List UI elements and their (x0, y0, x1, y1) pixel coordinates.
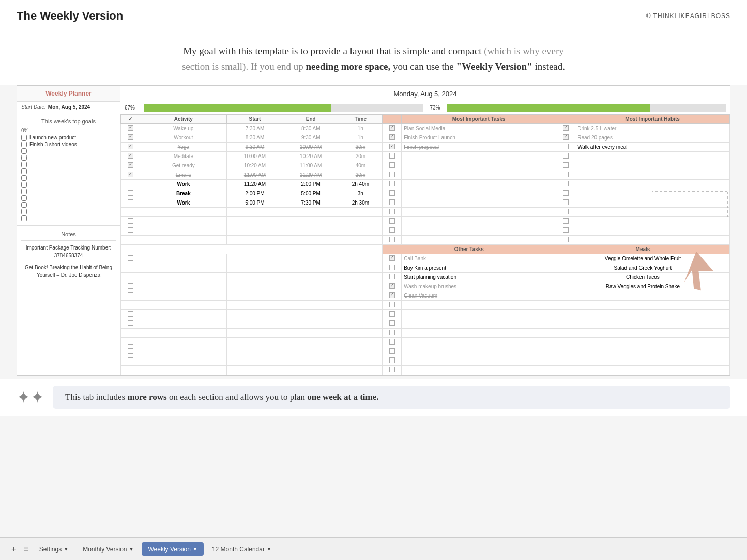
goal-checkbox-10[interactable] (21, 202, 27, 208)
habit-uncheck-icon (563, 199, 569, 205)
task-text: Finish proposal (404, 144, 439, 150)
goal-checkbox-12[interactable] (21, 215, 27, 221)
start-text: 2:00 PM (245, 191, 264, 196)
intro-bold-1: needing more space, (306, 61, 391, 72)
goal-item (21, 195, 116, 201)
goal-checkbox-5[interactable] (21, 168, 27, 174)
habit-uncheck-icon (563, 153, 569, 159)
sidebar-startdate-row: Start Date: Mon, Aug 5, 2024 (17, 102, 120, 113)
habit-uncheck-icon (563, 218, 569, 224)
goal-checkbox-4[interactable] (21, 162, 27, 167)
uncheck-icon (128, 320, 133, 326)
progress-bar-2-fill (447, 104, 651, 112)
activity-text: Emails (176, 172, 191, 178)
page-header: The Weekly Version © THINKLIKEAGIRLBOSS (0, 0, 747, 28)
task-uncheck-icon (389, 172, 395, 177)
uncheck-icon (128, 367, 133, 372)
plus-button[interactable]: + (8, 542, 19, 556)
dur-text: 2h 40m (352, 181, 369, 187)
tab-menu-icon[interactable]: ≡ (21, 543, 31, 554)
column-header-row: ✓ Activity Start End Time Most Important… (121, 114, 730, 123)
col-start: Start (227, 114, 283, 123)
goal-checkbox-1[interactable] (21, 142, 27, 147)
col-activity: Activity (140, 114, 227, 123)
uncheck-icon (128, 274, 133, 279)
dur-text: 20m (356, 153, 365, 159)
task-uncheck-icon (389, 218, 395, 224)
settings-tab-label: Settings (39, 546, 62, 553)
table-row: Buy Kim a present Salad and Greek Yoghur… (121, 263, 730, 272)
habit-uncheck-icon (563, 181, 569, 186)
svg-marker-2 (678, 252, 714, 293)
task-uncheck-icon (389, 209, 395, 214)
copyright: © THINKLIKEAGIRLBOSS (646, 12, 730, 20)
task-text: Plan Social Media (404, 126, 445, 131)
other-task-text: Wash makeup brushes (404, 284, 456, 289)
habit-uncheck-icon (563, 172, 569, 177)
goal-checkbox-9[interactable] (21, 195, 27, 201)
uncheck-icon (128, 302, 133, 307)
settings-tab[interactable]: Settings ▼ (33, 542, 74, 556)
note-text-0: Important Package Tracking Number: 37846… (21, 244, 116, 259)
tab-bar: + ≡ Settings ▼ Monthly Version ▼ Weekly … (0, 537, 747, 560)
end-text: 10:00 AM (300, 144, 322, 150)
table-row: Workout 8:30 AM 9:30 AM 1h Finish Produc… (121, 133, 730, 142)
bottom-info: ✦✦ This tab includes more rows on each s… (0, 379, 747, 416)
uncheck-icon (128, 190, 133, 196)
dur-text: 40m (356, 163, 365, 168)
goal-checkbox-6[interactable] (21, 175, 27, 181)
table-row: Get ready 10:20 AM 11:00 AM 40m (121, 161, 730, 170)
progress-bar-1 (144, 104, 423, 112)
uncheck-icon (128, 339, 133, 345)
goal-item (21, 182, 116, 188)
activity-text: Break (176, 191, 191, 196)
goal-checkbox-11[interactable] (21, 209, 27, 214)
goal-item: Launch new product (21, 135, 116, 141)
goal-item (21, 148, 116, 154)
col-tasks: Most Important Tasks (402, 114, 556, 123)
bottom-bold-1: more rows (127, 392, 166, 402)
table-row: Start planning vacation Chicken Tacos (121, 272, 730, 282)
goal-text-0: Launch new product (29, 135, 76, 141)
calendar-tab[interactable]: 12 Month Calendar ▼ (206, 542, 278, 556)
end-text: 2:00 PM (301, 181, 321, 187)
main-area: Monday, Aug 5, 2024 67% 73% ✓ Activity S… (120, 86, 730, 375)
col-end: End (283, 114, 339, 123)
start-text: 5:00 PM (245, 200, 264, 206)
table-row (121, 356, 730, 365)
col-task-check (382, 114, 401, 123)
section-header-row-other-tasks: Other Tasks Meals (121, 244, 730, 254)
table-row (121, 309, 730, 319)
goal-item (21, 202, 116, 208)
goal-checkbox-0[interactable] (21, 135, 27, 141)
bottom-info-text: This tab includes more rows on each sect… (53, 386, 730, 409)
end-text: 10:20 AM (300, 153, 322, 159)
col-time: Time (339, 114, 382, 123)
sidebar-goals: This week's top goals 0% Launch new prod… (17, 113, 120, 226)
table-row: Wake up 7:30 AM 8:30 AM 1h Plan Social M… (121, 123, 730, 133)
goal-item (21, 215, 116, 221)
progress-bar-1-fill (144, 104, 331, 112)
dur-text: 1h (358, 135, 363, 141)
dur-text: 20m (356, 172, 365, 178)
task-uncheck-icon (389, 237, 395, 242)
table-row: Meditate 10:00 AM 10:20 AM 20m (121, 151, 730, 161)
intro-text-1: My goal with this template is to provide… (183, 45, 481, 56)
goal-text-1: Finish 3 short videos (29, 142, 77, 147)
col-habit-check (556, 114, 575, 123)
goal-checkbox-2[interactable] (21, 148, 27, 154)
uncheck-icon (128, 199, 133, 205)
task-uncheck-icon (389, 302, 395, 307)
table-row: Break 2:00 PM 5:00 PM 3h (121, 189, 730, 198)
goal-checkbox-3[interactable] (21, 155, 27, 161)
weekly-tab[interactable]: Weekly Version ▼ (142, 542, 203, 556)
monthly-tab[interactable]: Monthly Version ▼ (77, 542, 140, 556)
activity-text: Meditate (174, 153, 193, 159)
task-uncheck-icon (389, 330, 395, 335)
col-check: ✓ (121, 114, 140, 123)
start-text: 10:00 AM (244, 153, 266, 159)
goal-item (21, 189, 116, 194)
habit-uncheck-icon (563, 144, 569, 149)
goal-checkbox-7[interactable] (21, 182, 27, 188)
goal-checkbox-8[interactable] (21, 189, 27, 194)
